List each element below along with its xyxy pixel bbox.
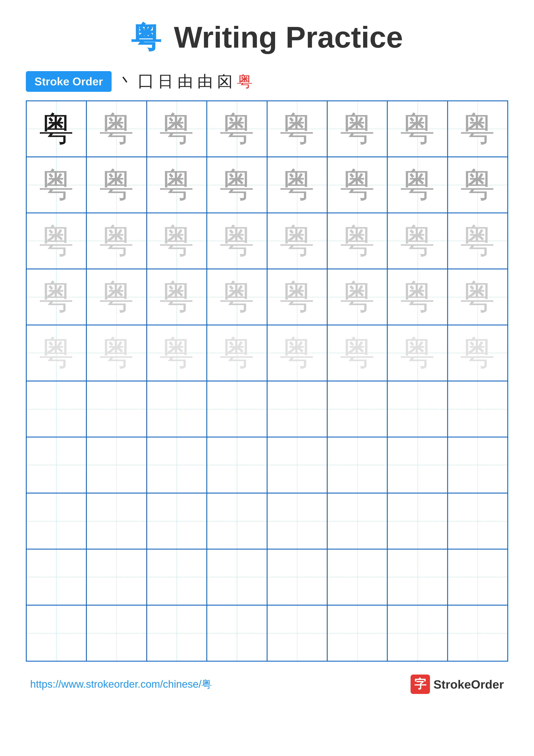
grid-cell[interactable] <box>387 549 447 605</box>
grid-cell[interactable] <box>387 437 447 493</box>
grid-cell[interactable] <box>26 493 87 549</box>
grid-cell[interactable]: 粤 <box>327 157 387 213</box>
grid-cell[interactable] <box>207 549 267 605</box>
grid-cell[interactable]: 粤 <box>26 269 87 325</box>
grid-cell[interactable] <box>447 605 508 661</box>
grid-cell[interactable]: 粤 <box>207 325 267 381</box>
grid-cell[interactable] <box>447 381 508 437</box>
grid-cell[interactable] <box>26 549 87 605</box>
practice-char: 粤 <box>99 330 134 376</box>
grid-cell[interactable] <box>387 381 447 437</box>
grid-cell[interactable]: 粤 <box>87 101 146 157</box>
grid-cell[interactable] <box>327 493 387 549</box>
grid-cell[interactable]: 粤 <box>147 325 207 381</box>
grid-cell[interactable] <box>267 549 327 605</box>
practice-char: 粤 <box>159 218 194 264</box>
practice-char: 粤 <box>280 106 314 152</box>
grid-cell[interactable]: 粤 <box>147 157 207 213</box>
footer-logo-text: StrokeOrder <box>433 677 504 691</box>
grid-cell[interactable]: 粤 <box>267 325 327 381</box>
grid-cell[interactable]: 粤 <box>147 213 207 269</box>
grid-cell[interactable]: 粤 <box>327 325 387 381</box>
grid-cell[interactable] <box>26 437 87 493</box>
grid-cell[interactable]: 粤 <box>327 213 387 269</box>
grid-cell[interactable] <box>147 493 207 549</box>
grid-cell[interactable]: 粤 <box>26 101 87 157</box>
grid-cell[interactable]: 粤 <box>327 269 387 325</box>
grid-cell[interactable]: 粤 <box>87 213 146 269</box>
grid-cell[interactable] <box>267 605 327 661</box>
grid-cell[interactable] <box>267 437 327 493</box>
grid-cell[interactable] <box>147 605 207 661</box>
grid-cell[interactable]: 粤 <box>447 269 508 325</box>
grid-cell[interactable]: 粤 <box>387 325 447 381</box>
grid-cell[interactable]: 粤 <box>447 213 508 269</box>
grid-cell[interactable] <box>207 437 267 493</box>
grid-cell[interactable]: 粤 <box>207 269 267 325</box>
grid-cell[interactable] <box>147 381 207 437</box>
grid-cell[interactable]: 粤 <box>87 157 146 213</box>
grid-cell[interactable]: 粤 <box>267 269 327 325</box>
grid-cell[interactable]: 粤 <box>387 213 447 269</box>
footer-logo-icon: 字 <box>411 675 430 694</box>
grid-cell[interactable] <box>387 605 447 661</box>
practice-char: 粤 <box>340 274 375 320</box>
grid-cell[interactable]: 粤 <box>207 101 267 157</box>
grid-cell[interactable] <box>327 381 387 437</box>
practice-char: 粤 <box>460 330 495 376</box>
grid-cell[interactable] <box>87 381 146 437</box>
grid-cell[interactable] <box>327 437 387 493</box>
grid-cell[interactable] <box>447 437 508 493</box>
title-text: Writing Practice <box>174 20 403 54</box>
page-title: 粤 Writing Practice <box>131 17 403 58</box>
practice-char: 粤 <box>460 162 495 208</box>
grid-cell[interactable] <box>147 549 207 605</box>
grid-cell[interactable]: 粤 <box>26 325 87 381</box>
grid-cell[interactable]: 粤 <box>387 101 447 157</box>
grid-cell[interactable] <box>207 605 267 661</box>
grid-cell[interactable]: 粤 <box>87 269 146 325</box>
grid-cell[interactable] <box>207 381 267 437</box>
grid-cell[interactable]: 粤 <box>387 269 447 325</box>
grid-cell[interactable]: 粤 <box>447 101 508 157</box>
grid-cell[interactable] <box>387 493 447 549</box>
footer-logo: 字 StrokeOrder <box>411 675 504 694</box>
title-character: 粤 <box>131 20 161 54</box>
grid-cell[interactable]: 粤 <box>87 325 146 381</box>
grid-cell[interactable] <box>26 381 87 437</box>
grid-cell[interactable] <box>87 437 146 493</box>
stroke-step-5: 由 <box>197 71 213 92</box>
stroke-step-4: 由 <box>177 71 193 92</box>
grid-cell[interactable] <box>87 549 146 605</box>
grid-cell[interactable] <box>327 605 387 661</box>
grid-cell[interactable] <box>447 549 508 605</box>
grid-cell[interactable]: 粤 <box>147 269 207 325</box>
grid-cell[interactable]: 粤 <box>26 213 87 269</box>
grid-cell[interactable]: 粤 <box>207 157 267 213</box>
grid-cell[interactable]: 粤 <box>447 157 508 213</box>
practice-char: 粤 <box>280 274 314 320</box>
grid-cell[interactable]: 粤 <box>207 213 267 269</box>
grid-cell[interactable] <box>267 381 327 437</box>
grid-cell[interactable] <box>87 493 146 549</box>
grid-cell[interactable]: 粤 <box>387 157 447 213</box>
practice-char: 粤 <box>460 106 495 152</box>
grid-cell[interactable] <box>87 605 146 661</box>
grid-cell[interactable]: 粤 <box>26 157 87 213</box>
grid-cell[interactable]: 粤 <box>327 101 387 157</box>
grid-cell[interactable]: 粤 <box>147 101 207 157</box>
grid-cell[interactable] <box>267 493 327 549</box>
grid-cell[interactable]: 粤 <box>267 213 327 269</box>
grid-cell[interactable] <box>207 493 267 549</box>
stroke-order-section: Stroke Order 丶 囗 日 由 由 囟 粤 <box>26 71 508 92</box>
grid-cell[interactable] <box>447 493 508 549</box>
grid-cell[interactable]: 粤 <box>267 101 327 157</box>
grid-cell[interactable] <box>26 605 87 661</box>
practice-char: 粤 <box>220 274 254 320</box>
stroke-step-3: 日 <box>158 71 173 92</box>
practice-grid: 粤 粤 粤 粤 粤 粤 粤 粤 粤 粤 粤 <box>26 100 508 662</box>
grid-cell[interactable]: 粤 <box>267 157 327 213</box>
grid-cell[interactable] <box>327 549 387 605</box>
grid-cell[interactable] <box>147 437 207 493</box>
grid-cell[interactable]: 粤 <box>447 325 508 381</box>
